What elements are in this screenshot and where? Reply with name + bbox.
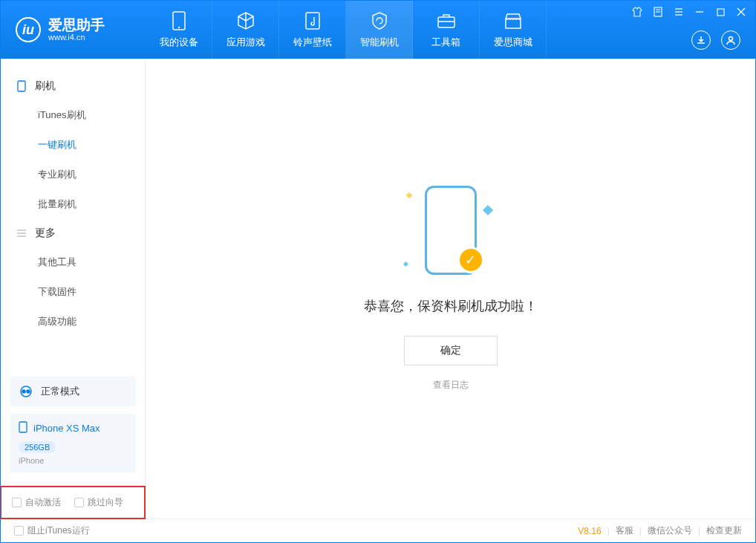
device-info-card[interactable]: iPhone XS Max 256GB iPhone — [10, 414, 136, 472]
sidebar-item-other-tools[interactable]: 其他工具 — [1, 247, 145, 277]
user-icon[interactable] — [721, 30, 740, 50]
device-storage: 256GB — [19, 441, 56, 453]
svg-rect-3 — [438, 17, 454, 27]
shirt-icon[interactable] — [630, 5, 644, 19]
toolbox-icon — [436, 10, 457, 31]
footer-link-support[interactable]: 客服 — [616, 524, 633, 537]
svg-rect-23 — [19, 422, 27, 432]
sidebar-item-advanced[interactable]: 高级功能 — [1, 307, 145, 336]
checkbox-icon — [12, 498, 22, 507]
checkbox-label: 跳过向导 — [88, 496, 123, 509]
close-icon[interactable] — [734, 5, 748, 19]
maximize-icon[interactable] — [714, 5, 727, 19]
device-mode: 正常模式 — [41, 385, 79, 398]
sidebar-group-flash: 刷机 — [1, 72, 145, 100]
nav-my-device[interactable]: 我的设备 — [146, 1, 212, 59]
group-title: 刷机 — [35, 79, 56, 93]
sidebar-item-download-firmware[interactable]: 下载固件 — [1, 277, 145, 307]
svg-point-22 — [27, 390, 30, 393]
check-badge-icon: ✓ — [457, 247, 484, 273]
header-right-icons — [691, 30, 740, 50]
nav-store[interactable]: 爱思商城 — [480, 1, 547, 59]
sidebar-item-batch-flash[interactable]: 批量刷机 — [1, 189, 145, 219]
device-mode-card[interactable]: 正常模式 — [10, 377, 136, 406]
footer: 阻止iTunes运行 V8.16 | 客服 | 微信公众号 | 检查更新 — [1, 518, 755, 542]
logo-area: iu 爱思助手 www.i4.cn — [1, 17, 146, 42]
nav-label: 爱思商城 — [494, 36, 532, 49]
download-icon[interactable] — [691, 30, 711, 50]
list-icon — [16, 227, 27, 239]
ok-button[interactable]: 确定 — [404, 336, 498, 365]
sparkle-icon — [403, 261, 408, 267]
app-name: 爱思助手 — [48, 18, 105, 33]
logo-text: 爱思助手 www.i4.cn — [48, 18, 105, 42]
version-text: V8.16 — [578, 526, 601, 536]
cube-icon — [235, 10, 256, 31]
nav-label: 智能刷机 — [360, 36, 399, 49]
svg-point-21 — [22, 390, 25, 393]
menu-icon[interactable] — [672, 5, 685, 19]
sidebar-item-oneclick-flash[interactable]: 一键刷机 — [1, 130, 145, 160]
sidebar-group-more: 更多 — [1, 219, 145, 247]
window-controls — [630, 5, 748, 19]
device-area: 正常模式 iPhone XS Max 256GB iPhone — [1, 368, 145, 481]
success-message: 恭喜您，保资料刷机成功啦！ — [364, 297, 538, 315]
minimize-icon[interactable] — [693, 5, 706, 19]
app-domain: www.i4.cn — [48, 33, 105, 42]
checkbox-icon — [74, 498, 84, 507]
svg-rect-12 — [717, 9, 724, 16]
nav-label: 铃声壁纸 — [293, 36, 332, 49]
logo-icon: iu — [16, 17, 41, 42]
nav-ringtone-wallpaper[interactable]: 铃声壁纸 — [279, 1, 346, 59]
block-itunes-checkbox[interactable]: 阻止iTunes运行 — [14, 524, 90, 537]
nav-smart-flash[interactable]: 智能刷机 — [346, 1, 413, 59]
checkbox-label: 自动激活 — [25, 496, 61, 509]
nav-label: 我的设备 — [160, 36, 198, 49]
phone-icon — [16, 80, 27, 92]
mode-icon — [19, 384, 33, 399]
sidebar-options-highlighted: 自动激活 跳过向导 — [0, 486, 146, 519]
music-icon — [302, 10, 323, 31]
app-header: iu 爱思助手 www.i4.cn 我的设备 应用游戏 铃声壁纸 智能刷机 工具… — [1, 1, 755, 59]
svg-point-15 — [729, 37, 733, 41]
sidebar-item-pro-flash[interactable]: 专业刷机 — [1, 160, 145, 189]
main-content: ✓ 恭喜您，保资料刷机成功啦！ 确定 查看日志 — [146, 59, 755, 518]
nav-apps-games[interactable]: 应用游戏 — [212, 1, 279, 59]
auto-activate-checkbox[interactable]: 自动激活 — [12, 496, 61, 509]
svg-point-1 — [177, 27, 179, 28]
svg-rect-16 — [18, 81, 25, 91]
nav-toolbox[interactable]: 工具箱 — [413, 1, 480, 59]
skip-wizard-checkbox[interactable]: 跳过向导 — [74, 496, 123, 509]
sidebar: 刷机 iTunes刷机 一键刷机 专业刷机 批量刷机 更多 其他工具 下载固件 … — [1, 59, 146, 518]
shop-icon — [503, 10, 524, 31]
device-name-row: iPhone XS Max — [19, 421, 127, 435]
shield-refresh-icon — [369, 10, 390, 31]
sparkle-icon — [482, 205, 492, 215]
phone-icon — [19, 421, 27, 435]
sparkle-icon — [405, 192, 411, 198]
device-name: iPhone XS Max — [33, 423, 100, 434]
view-log-link[interactable]: 查看日志 — [433, 379, 469, 391]
body: 刷机 iTunes刷机 一键刷机 专业刷机 批量刷机 更多 其他工具 下载固件 … — [1, 59, 755, 518]
nav-tabs: 我的设备 应用游戏 铃声壁纸 智能刷机 工具箱 爱思商城 — [146, 1, 547, 59]
footer-right: V8.16 | 客服 | 微信公众号 | 检查更新 — [578, 524, 742, 537]
svg-rect-2 — [306, 13, 319, 29]
success-illustration: ✓ — [425, 186, 477, 275]
sidebar-item-itunes-flash[interactable]: iTunes刷机 — [1, 100, 145, 130]
nav-label: 工具箱 — [431, 36, 460, 49]
footer-link-update[interactable]: 检查更新 — [706, 524, 742, 537]
device-icon — [169, 10, 189, 31]
group-title: 更多 — [35, 227, 56, 240]
nav-label: 应用游戏 — [227, 36, 265, 49]
checkbox-icon — [14, 526, 24, 536]
note-icon[interactable] — [651, 5, 665, 19]
checkbox-label: 阻止iTunes运行 — [27, 524, 90, 537]
footer-link-wechat[interactable]: 微信公众号 — [648, 524, 692, 537]
device-type: iPhone — [19, 456, 127, 465]
